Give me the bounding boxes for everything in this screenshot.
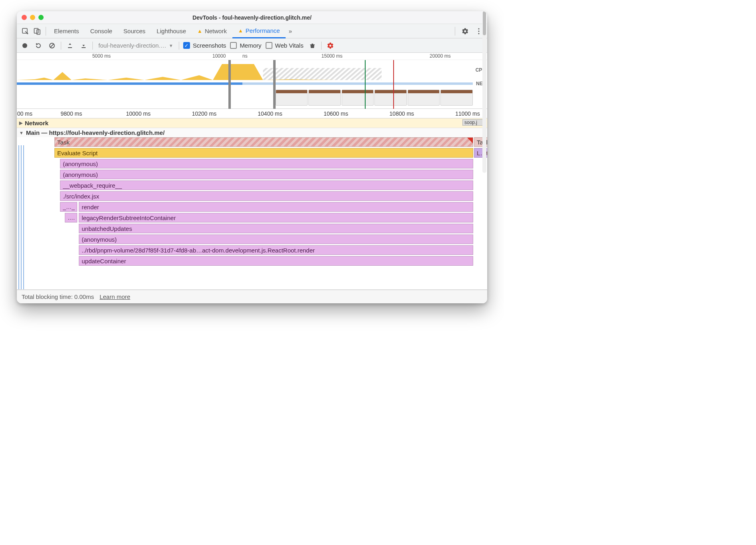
filmstrip-thumb[interactable]: [374, 90, 407, 106]
zoom-icon[interactable]: [38, 15, 44, 20]
main-track-label: Main — https://foul-heavenly-direction.g…: [26, 129, 165, 136]
ruler-tick: 11000 ms: [455, 110, 480, 117]
minimize-icon[interactable]: [30, 15, 35, 20]
warning-icon: ▲: [197, 28, 202, 34]
network-track[interactable]: ▶ Network soop.j: [17, 118, 487, 128]
timing-marker: [393, 60, 394, 109]
flame-bar[interactable]: (anonymous): [79, 234, 473, 244]
ruler-tick: 10600 ms: [324, 110, 348, 117]
divider: [92, 42, 93, 50]
ruler-tick: 20000 ms: [430, 53, 451, 59]
flame-bar[interactable]: (anonymous): [60, 159, 473, 168]
reload-record-button[interactable]: [34, 41, 43, 50]
profile-select[interactable]: foul-heavenly-direction.… ▼: [97, 42, 175, 49]
flame-bar[interactable]: __webpack_require__: [60, 180, 473, 190]
scrollbar[interactable]: [482, 11, 486, 173]
disclosure-triangle-icon[interactable]: ▶: [19, 120, 22, 126]
load-profile-icon[interactable]: [65, 41, 75, 50]
tabs-overflow[interactable]: »: [286, 24, 295, 38]
inspect-icon[interactable]: [19, 25, 31, 37]
overview-ruler: 5000 ms10000ns15000 ms20000 ms: [17, 53, 487, 60]
webvitals-checkbox[interactable]: Web Vitals: [266, 42, 304, 49]
svg-point-4: [478, 30, 479, 32]
flame-bar[interactable]: render: [79, 202, 473, 212]
total-blocking-time: Total blocking time: 0.00ms: [22, 293, 94, 300]
flame-bar[interactable]: legacyRenderSubtreeIntoContainer: [79, 213, 473, 222]
settings-icon[interactable]: [459, 25, 471, 37]
svg-point-5: [478, 33, 479, 34]
ruler-tick: 10000: [212, 53, 226, 59]
footer-status: Total blocking time: 0.00ms Learn more: [17, 290, 487, 303]
flame-bar[interactable]: unbatchedUpdates: [79, 224, 473, 233]
ruler-tick: 9800 ms: [61, 110, 82, 117]
ruler-tick: 5000 ms: [92, 53, 111, 59]
main-track: ▼ Main — https://foul-heavenly-direction…: [17, 128, 487, 290]
tab-console[interactable]: Console: [85, 24, 118, 38]
flame-bar[interactable]: (anonymous): [60, 170, 473, 179]
tab-lighthouse[interactable]: Lighthouse: [151, 24, 192, 38]
window-title: DevTools - foul-heavenly-direction.glitc…: [17, 14, 487, 21]
disclosure-triangle-icon[interactable]: ▼: [19, 130, 24, 135]
flame-bar[interactable]: Evaluate Script: [54, 148, 473, 158]
divider: [455, 27, 455, 36]
devtools-window: DevTools - foul-heavenly-direction.glitc…: [17, 11, 487, 303]
flame-bar[interactable]: ….: [65, 213, 77, 222]
filmstrip-thumb[interactable]: [276, 90, 308, 106]
ruler-tick: ns: [242, 53, 248, 59]
learn-more-link[interactable]: Learn more: [100, 293, 130, 300]
divider: [46, 27, 46, 36]
detail-ruler[interactable]: 500 ms9800 ms10000 ms10200 ms10400 ms106…: [17, 109, 487, 118]
svg-point-6: [22, 43, 27, 48]
chevron-down-icon: ▼: [169, 43, 173, 48]
device-toggle-icon[interactable]: [31, 25, 43, 37]
flame-bar[interactable]: Task: [54, 137, 473, 147]
svg-rect-8: [263, 68, 382, 80]
flame-bar[interactable]: updateContainer: [79, 256, 473, 266]
timeline-overview[interactable]: 5000 ms10000ns15000 ms20000 ms CPU NET: [17, 53, 487, 109]
titlebar: DevTools - foul-heavenly-direction.glitc…: [17, 11, 487, 24]
record-button[interactable]: [20, 41, 30, 50]
save-profile-icon[interactable]: [79, 41, 88, 50]
screenshots-checkbox[interactable]: ✓Screenshots: [183, 42, 226, 49]
ruler-tick: 15000 ms: [322, 53, 343, 59]
flame-bar[interactable]: ../rbd/pnpm-volume/28d7f85f-31d7-4fd8-ab…: [79, 245, 473, 255]
delete-profile-icon[interactable]: [308, 41, 317, 50]
svg-rect-1: [34, 28, 38, 33]
overview-selection[interactable]: [228, 60, 276, 109]
screenshots-filmstrip: [276, 90, 473, 106]
memory-checkbox[interactable]: Memory: [230, 42, 261, 49]
filmstrip-thumb[interactable]: [342, 90, 374, 106]
flame-bar[interactable]: _…_: [60, 202, 77, 212]
filmstrip-thumb[interactable]: [308, 90, 341, 106]
tab-performance[interactable]: ▲ Performance: [232, 24, 286, 38]
traffic-lights: [22, 15, 44, 20]
svg-point-3: [478, 28, 479, 29]
close-icon[interactable]: [22, 15, 27, 20]
flame-bar[interactable]: ./src/index.jsx: [60, 191, 473, 201]
capture-settings-icon[interactable]: [326, 41, 335, 50]
performance-toolbar: foul-heavenly-direction.… ▼ ✓Screenshots…: [17, 38, 487, 53]
ruler-tick: 10800 ms: [390, 110, 414, 117]
warning-icon: ▲: [238, 28, 243, 34]
divider: [179, 42, 179, 50]
tab-sources[interactable]: Sources: [118, 24, 151, 38]
ruler-tick: 10400 ms: [258, 110, 282, 117]
tab-elements[interactable]: Elements: [48, 24, 85, 38]
ruler-tick: 500 ms: [17, 110, 32, 117]
divider: [61, 42, 61, 50]
tab-network[interactable]: ▲ Network: [192, 24, 232, 38]
clear-button[interactable]: [47, 41, 57, 50]
network-track-label: Network: [25, 120, 48, 126]
flame-chart[interactable]: TaskTaskEvaluate ScriptL…t(anonymous)(an…: [17, 137, 487, 289]
divider: [321, 42, 322, 50]
timing-marker: [365, 60, 366, 109]
ruler-tick: 10200 ms: [192, 110, 216, 117]
ruler-tick: 10000 ms: [126, 110, 150, 117]
filmstrip-thumb[interactable]: [440, 90, 473, 106]
filmstrip-thumb[interactable]: [408, 90, 440, 106]
panel-tabs: Elements Console Sources Lighthouse ▲ Ne…: [17, 24, 487, 38]
